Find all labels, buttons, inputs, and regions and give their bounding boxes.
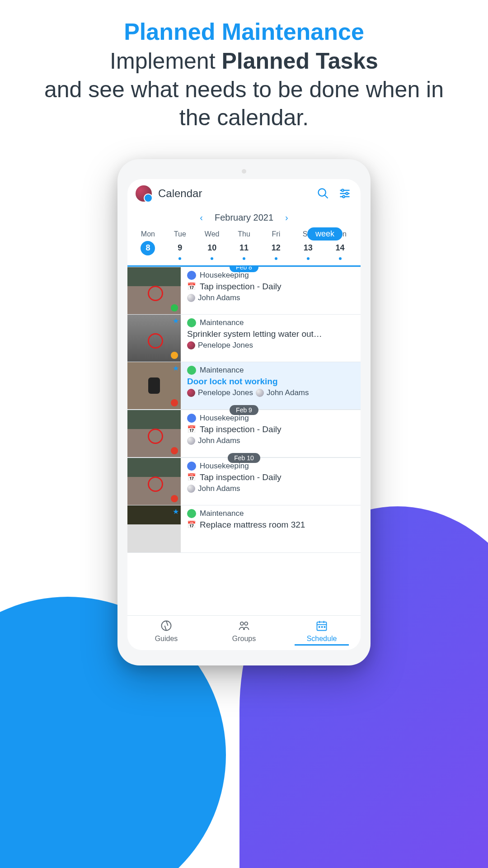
task-card[interactable]: ★ Maintenance Door lock not working Pene… <box>127 362 361 410</box>
assignee-avatar <box>256 389 264 397</box>
task-title-row: 📅 Tap inspection - Daily <box>187 472 355 482</box>
day-name: Thu <box>228 230 260 238</box>
svg-point-8 <box>162 621 171 630</box>
task-card[interactable]: Housekeeping 📅 Tap inspection - Daily Jo… <box>127 410 361 458</box>
category-row: Housekeeping <box>187 414 355 423</box>
task-body: Housekeeping 📅 Tap inspection - Daily Jo… <box>181 410 361 457</box>
task-title-row: 📅 Tap inspection - Daily <box>187 282 355 292</box>
thumb-marker <box>148 476 163 492</box>
nav-label: Groups <box>232 635 256 642</box>
phone-frame: Calendar ‹ February 2021 › week Mon 8 Tu… <box>117 159 371 665</box>
svg-rect-17 <box>319 626 320 628</box>
day-number[interactable]: 13 <box>301 241 315 255</box>
task-card[interactable]: ★ Maintenance Sprinkler system letting w… <box>127 315 361 362</box>
day-column[interactable]: Tue 9 <box>164 230 196 260</box>
task-title: Door lock not working <box>187 377 278 387</box>
svg-point-0 <box>319 189 326 196</box>
assignee: John Adams <box>256 388 309 397</box>
category-label: Housekeeping <box>200 271 249 280</box>
assignee-name: John Adams <box>198 436 240 445</box>
task-title-row: 📅 Tap inspection - Daily <box>187 425 355 434</box>
assignee-avatar <box>187 437 195 445</box>
promo-subtext: Implement Planned Tasks and see what nee… <box>36 47 452 132</box>
filter-icon[interactable] <box>337 186 352 201</box>
schedule-icon <box>283 619 361 634</box>
svg-line-1 <box>325 195 328 198</box>
nav-item-schedule[interactable]: Schedule <box>283 616 361 650</box>
assignee: John Adams <box>187 293 240 302</box>
day-column[interactable]: Wed 10 <box>196 230 228 260</box>
nav-item-guides[interactable]: Guides <box>127 616 205 650</box>
date-badge: Feb 8 <box>230 267 258 272</box>
svg-rect-18 <box>321 626 323 628</box>
svg-point-5 <box>346 192 348 194</box>
task-thumbnail <box>127 410 181 457</box>
assignee-avatar <box>187 294 195 302</box>
task-thumbnail: ★ <box>127 505 181 552</box>
day-number[interactable]: 10 <box>205 241 219 255</box>
month-label[interactable]: February 2021 <box>215 212 273 223</box>
assignee-name: Penelope Jones <box>198 388 253 397</box>
assignee-name: John Adams <box>198 484 240 493</box>
day-column[interactable]: Mon 8 <box>132 230 164 260</box>
task-body: Housekeeping 📅 Tap inspection - Daily Jo… <box>181 458 361 505</box>
task-title: Tap inspection - Daily <box>200 472 282 482</box>
status-dot <box>171 352 178 359</box>
day-name: Mon <box>132 230 164 238</box>
calendar-icon: 📅 <box>187 520 196 529</box>
promo-block: Planned Maintenance Implement Planned Ta… <box>0 0 488 146</box>
day-number[interactable]: 11 <box>237 241 251 255</box>
assignee: Penelope Jones <box>187 341 253 350</box>
top-bar: Calendar <box>127 179 361 206</box>
promo-line1-bold: Planned Tasks <box>221 48 378 74</box>
day-number[interactable]: 14 <box>333 241 347 255</box>
search-icon[interactable] <box>315 186 331 201</box>
next-month-button[interactable]: › <box>282 211 292 225</box>
day-name: Fri <box>260 230 292 238</box>
task-body: Maintenance Door lock not working Penelo… <box>181 362 361 409</box>
day-number[interactable]: 9 <box>173 241 187 255</box>
assignee-name: Penelope Jones <box>198 341 253 350</box>
thumb-marker <box>148 286 163 301</box>
task-thumbnail: ★ <box>127 362 181 409</box>
phone-speaker <box>242 169 246 174</box>
task-title: Tap inspection - Daily <box>200 425 282 434</box>
date-badge: Feb 9 <box>230 405 258 415</box>
day-column[interactable]: Fri 12 <box>260 230 292 260</box>
svg-point-7 <box>343 195 345 198</box>
event-dot <box>243 257 245 260</box>
category-icon <box>187 271 196 280</box>
day-number[interactable]: 12 <box>269 241 283 255</box>
day-number[interactable]: 8 <box>141 241 155 255</box>
task-card[interactable]: Housekeeping 📅 Tap inspection - Daily Jo… <box>127 458 361 505</box>
category-label: Maintenance <box>200 318 244 327</box>
status-dot <box>169 445 180 456</box>
star-icon: ★ <box>173 507 179 516</box>
nav-label: Schedule <box>307 635 337 642</box>
day-name: Wed <box>196 230 228 238</box>
task-card[interactable]: ★ Maintenance 📅 Replace mattress room 32… <box>127 505 361 553</box>
profile-avatar[interactable] <box>136 185 152 202</box>
prev-month-button[interactable]: ‹ <box>196 211 206 225</box>
task-title-row: Door lock not working <box>187 377 355 387</box>
day-column[interactable]: Thu 11 <box>228 230 260 260</box>
category-label: Housekeeping <box>200 462 249 471</box>
category-row: Housekeeping <box>187 271 355 280</box>
svg-rect-19 <box>324 626 326 628</box>
task-body: Maintenance Sprinkler system letting wat… <box>181 315 361 362</box>
view-mode-pill[interactable]: week <box>307 227 343 241</box>
page-title: Calendar <box>158 187 309 200</box>
lock-shape <box>148 377 160 394</box>
category-icon <box>187 462 196 471</box>
svg-point-12 <box>244 622 248 625</box>
nav-label: Guides <box>155 635 178 642</box>
calendar-icon: 📅 <box>187 282 196 291</box>
task-card[interactable]: Housekeeping 📅 Tap inspection - Daily Jo… <box>127 267 361 315</box>
svg-line-9 <box>166 621 168 626</box>
nav-item-groups[interactable]: Groups <box>205 616 283 650</box>
task-title: Replace mattress room 321 <box>200 520 305 530</box>
task-thumbnail: ★ <box>127 315 181 362</box>
category-icon <box>187 318 196 327</box>
task-list[interactable]: Feb 8 Housekeeping 📅 Tap inspection - Da… <box>127 267 361 615</box>
status-dot <box>171 304 178 311</box>
